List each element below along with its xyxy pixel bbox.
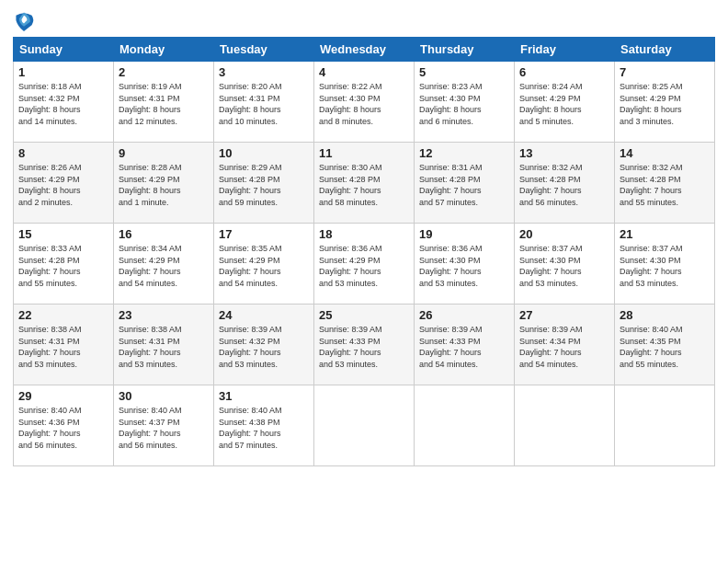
day-number: 20 xyxy=(519,227,609,241)
calendar-cell: 16Sunrise: 8:34 AMSunset: 4:29 PMDayligh… xyxy=(114,224,214,304)
calendar-header-monday: Monday xyxy=(114,38,214,62)
day-number: 13 xyxy=(519,146,609,160)
day-number: 17 xyxy=(219,227,309,241)
day-number: 6 xyxy=(519,65,609,79)
calendar-cell: 14Sunrise: 8:32 AMSunset: 4:28 PMDayligh… xyxy=(615,143,715,224)
day-info: Sunrise: 8:39 AMSunset: 4:33 PMDaylight:… xyxy=(419,324,509,370)
day-info: Sunrise: 8:38 AMSunset: 4:31 PMDaylight:… xyxy=(18,324,108,370)
day-info: Sunrise: 8:18 AMSunset: 4:32 PMDaylight:… xyxy=(18,81,108,127)
calendar-header-sunday: Sunday xyxy=(14,38,114,62)
day-number: 10 xyxy=(219,146,309,160)
day-info: Sunrise: 8:32 AMSunset: 4:28 PMDaylight:… xyxy=(519,162,609,208)
calendar-cell xyxy=(615,385,715,466)
calendar-header-wednesday: Wednesday xyxy=(314,38,415,62)
day-info: Sunrise: 8:40 AMSunset: 4:38 PMDaylight:… xyxy=(219,405,309,451)
calendar-cell xyxy=(314,385,415,466)
calendar-cell: 23Sunrise: 8:38 AMSunset: 4:31 PMDayligh… xyxy=(114,304,214,385)
page: SundayMondayTuesdayWednesdayThursdayFrid… xyxy=(0,0,728,563)
calendar-cell: 31Sunrise: 8:40 AMSunset: 4:38 PMDayligh… xyxy=(214,385,314,466)
day-info: Sunrise: 8:40 AMSunset: 4:35 PMDaylight:… xyxy=(620,324,710,370)
calendar-cell: 10Sunrise: 8:29 AMSunset: 4:28 PMDayligh… xyxy=(214,143,314,224)
calendar-header-row: SundayMondayTuesdayWednesdayThursdayFrid… xyxy=(14,38,715,62)
day-number: 7 xyxy=(620,65,710,79)
day-number: 14 xyxy=(620,146,710,160)
calendar-cell: 15Sunrise: 8:33 AMSunset: 4:28 PMDayligh… xyxy=(14,224,114,304)
day-info: Sunrise: 8:23 AMSunset: 4:30 PMDaylight:… xyxy=(419,81,509,127)
day-number: 21 xyxy=(620,227,710,241)
calendar-week-1: 1Sunrise: 8:18 AMSunset: 4:32 PMDaylight… xyxy=(14,62,715,143)
day-info: Sunrise: 8:28 AMSunset: 4:29 PMDaylight:… xyxy=(119,162,209,208)
logo-icon xyxy=(13,9,35,31)
calendar-header-saturday: Saturday xyxy=(615,38,715,62)
day-number: 11 xyxy=(319,146,409,160)
day-info: Sunrise: 8:19 AMSunset: 4:31 PMDaylight:… xyxy=(119,81,209,127)
day-info: Sunrise: 8:39 AMSunset: 4:32 PMDaylight:… xyxy=(219,324,309,370)
day-number: 9 xyxy=(119,146,209,160)
day-info: Sunrise: 8:40 AMSunset: 4:37 PMDaylight:… xyxy=(119,405,209,451)
calendar-cell: 18Sunrise: 8:36 AMSunset: 4:29 PMDayligh… xyxy=(314,224,415,304)
logo xyxy=(13,9,39,31)
day-info: Sunrise: 8:33 AMSunset: 4:28 PMDaylight:… xyxy=(18,243,108,289)
day-info: Sunrise: 8:37 AMSunset: 4:30 PMDaylight:… xyxy=(620,243,710,289)
day-number: 3 xyxy=(219,65,309,79)
calendar-cell: 17Sunrise: 8:35 AMSunset: 4:29 PMDayligh… xyxy=(214,224,314,304)
calendar-cell: 28Sunrise: 8:40 AMSunset: 4:35 PMDayligh… xyxy=(615,304,715,385)
day-info: Sunrise: 8:40 AMSunset: 4:36 PMDaylight:… xyxy=(18,405,108,451)
day-number: 23 xyxy=(119,308,209,322)
day-info: Sunrise: 8:39 AMSunset: 4:34 PMDaylight:… xyxy=(519,324,609,370)
day-info: Sunrise: 8:31 AMSunset: 4:28 PMDaylight:… xyxy=(419,162,509,208)
day-number: 26 xyxy=(419,308,509,322)
day-number: 24 xyxy=(219,308,309,322)
calendar-cell: 12Sunrise: 8:31 AMSunset: 4:28 PMDayligh… xyxy=(415,143,515,224)
calendar-cell: 24Sunrise: 8:39 AMSunset: 4:32 PMDayligh… xyxy=(214,304,314,385)
calendar-cell: 20Sunrise: 8:37 AMSunset: 4:30 PMDayligh… xyxy=(515,224,615,304)
calendar-cell: 6Sunrise: 8:24 AMSunset: 4:29 PMDaylight… xyxy=(515,62,615,143)
day-info: Sunrise: 8:39 AMSunset: 4:33 PMDaylight:… xyxy=(319,324,409,370)
day-info: Sunrise: 8:36 AMSunset: 4:30 PMDaylight:… xyxy=(419,243,509,289)
day-number: 25 xyxy=(319,308,409,322)
calendar-cell: 11Sunrise: 8:30 AMSunset: 4:28 PMDayligh… xyxy=(314,143,415,224)
day-number: 5 xyxy=(419,65,509,79)
calendar-header-thursday: Thursday xyxy=(415,38,515,62)
calendar: SundayMondayTuesdayWednesdayThursdayFrid… xyxy=(13,37,715,466)
day-number: 19 xyxy=(419,227,509,241)
day-number: 15 xyxy=(18,227,108,241)
day-info: Sunrise: 8:35 AMSunset: 4:29 PMDaylight:… xyxy=(219,243,309,289)
day-info: Sunrise: 8:29 AMSunset: 4:28 PMDaylight:… xyxy=(219,162,309,208)
calendar-body: 1Sunrise: 8:18 AMSunset: 4:32 PMDaylight… xyxy=(14,62,715,466)
calendar-cell: 30Sunrise: 8:40 AMSunset: 4:37 PMDayligh… xyxy=(114,385,214,466)
day-number: 28 xyxy=(620,308,710,322)
calendar-cell: 2Sunrise: 8:19 AMSunset: 4:31 PMDaylight… xyxy=(114,62,214,143)
calendar-cell: 13Sunrise: 8:32 AMSunset: 4:28 PMDayligh… xyxy=(515,143,615,224)
day-info: Sunrise: 8:24 AMSunset: 4:29 PMDaylight:… xyxy=(519,81,609,127)
day-info: Sunrise: 8:26 AMSunset: 4:29 PMDaylight:… xyxy=(18,162,108,208)
calendar-cell: 5Sunrise: 8:23 AMSunset: 4:30 PMDaylight… xyxy=(415,62,515,143)
calendar-header-tuesday: Tuesday xyxy=(214,38,314,62)
calendar-week-2: 8Sunrise: 8:26 AMSunset: 4:29 PMDaylight… xyxy=(14,143,715,224)
day-number: 12 xyxy=(419,146,509,160)
day-number: 31 xyxy=(219,389,309,403)
calendar-header-friday: Friday xyxy=(515,38,615,62)
day-info: Sunrise: 8:30 AMSunset: 4:28 PMDaylight:… xyxy=(319,162,409,208)
day-info: Sunrise: 8:20 AMSunset: 4:31 PMDaylight:… xyxy=(219,81,309,127)
calendar-cell: 27Sunrise: 8:39 AMSunset: 4:34 PMDayligh… xyxy=(515,304,615,385)
calendar-cell: 8Sunrise: 8:26 AMSunset: 4:29 PMDaylight… xyxy=(14,143,114,224)
calendar-cell: 21Sunrise: 8:37 AMSunset: 4:30 PMDayligh… xyxy=(615,224,715,304)
day-number: 1 xyxy=(18,65,108,79)
day-number: 27 xyxy=(519,308,609,322)
day-info: Sunrise: 8:22 AMSunset: 4:30 PMDaylight:… xyxy=(319,81,409,127)
day-number: 4 xyxy=(319,65,409,79)
calendar-cell xyxy=(415,385,515,466)
day-number: 29 xyxy=(18,389,108,403)
calendar-week-4: 22Sunrise: 8:38 AMSunset: 4:31 PMDayligh… xyxy=(14,304,715,385)
calendar-cell: 22Sunrise: 8:38 AMSunset: 4:31 PMDayligh… xyxy=(14,304,114,385)
day-number: 2 xyxy=(119,65,209,79)
day-info: Sunrise: 8:38 AMSunset: 4:31 PMDaylight:… xyxy=(119,324,209,370)
calendar-cell: 25Sunrise: 8:39 AMSunset: 4:33 PMDayligh… xyxy=(314,304,415,385)
day-number: 22 xyxy=(18,308,108,322)
calendar-week-5: 29Sunrise: 8:40 AMSunset: 4:36 PMDayligh… xyxy=(14,385,715,466)
calendar-cell: 26Sunrise: 8:39 AMSunset: 4:33 PMDayligh… xyxy=(415,304,515,385)
header xyxy=(13,9,715,31)
day-number: 18 xyxy=(319,227,409,241)
calendar-cell xyxy=(515,385,615,466)
